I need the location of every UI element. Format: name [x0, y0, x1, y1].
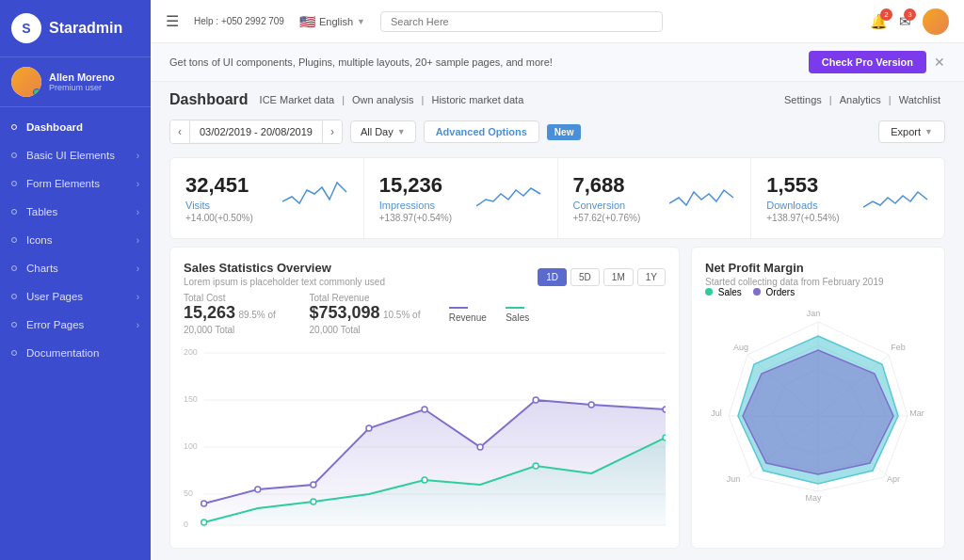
sidebar-item-documentation[interactable]: Documentation — [0, 339, 151, 367]
nav-dot — [11, 124, 17, 130]
settings-link[interactable]: Settings — [784, 94, 822, 105]
message-badge: 3 — [904, 8, 916, 21]
svg-text:Mar: Mar — [909, 408, 924, 418]
ice-market-link[interactable]: ICE Market data — [260, 94, 334, 105]
advanced-options-button[interactable]: Advanced Options — [424, 120, 539, 143]
sidebar-item-label: Icons — [26, 234, 53, 246]
content-area: Get tons of UI components, Plugins, mult… — [151, 43, 964, 560]
sales-dot — [705, 288, 713, 296]
sidebar-item-charts[interactable]: Charts › — [0, 254, 151, 282]
chart-legend: Revenue Sales — [449, 302, 538, 323]
promo-text: Get tons of UI components, Plugins, mult… — [169, 56, 553, 68]
export-button[interactable]: Export ▼ — [878, 120, 945, 143]
time-filter-dropdown[interactable]: All Day ▼ — [350, 120, 416, 143]
radar-title: Net Profit Margin — [705, 261, 931, 275]
svg-point-15 — [422, 407, 427, 412]
nav-dot — [11, 209, 17, 215]
own-analysis-link[interactable]: Own analysis — [352, 94, 413, 105]
analytics-link[interactable]: Analytics — [840, 94, 881, 105]
sidebar-item-label: Charts — [26, 263, 58, 274]
user-role: Premium user — [49, 83, 115, 92]
stat-change: +138.97(+0.54%) — [766, 213, 854, 223]
charts-row: Sales Statistics Overview 1D 5D 1M 1Y Lo… — [169, 247, 945, 549]
sparkline-conversion — [669, 173, 735, 211]
sidebar-item-label: Dashboard — [26, 121, 83, 133]
svg-text:0: 0 — [184, 520, 188, 529]
legend-revenue: Revenue — [449, 302, 490, 323]
svg-point-13 — [311, 482, 316, 488]
svg-text:Jan: Jan — [807, 309, 821, 318]
export-label: Export — [891, 126, 921, 137]
ctrl-5d[interactable]: 5D — [570, 268, 600, 286]
sidebar-item-label: Form Elements — [26, 178, 100, 189]
sidebar-user[interactable]: Allen Moreno Premium user — [0, 56, 151, 107]
close-icon[interactable]: ✕ — [934, 55, 945, 70]
promo-bar: Get tons of UI components, Plugins, mult… — [151, 43, 964, 82]
stats-row: 32,451 Visits +14.00(+0.50%) 15,236 Impr… — [169, 157, 945, 239]
chevron-right-icon: › — [137, 207, 139, 217]
radar-header: Net Profit Margin Started collecting dat… — [705, 261, 931, 287]
chevron-down-icon: ▼ — [924, 127, 933, 136]
user-name: Allen Moreno — [49, 72, 115, 83]
stat-label: Impressions — [379, 200, 467, 211]
sidebar-item-error-pages[interactable]: Error Pages › — [0, 311, 151, 339]
legend-orders: Orders — [753, 287, 795, 297]
ctrl-1m[interactable]: 1M — [603, 268, 634, 286]
sidebar-item-basic-ui[interactable]: Basic UI Elements › — [0, 141, 151, 169]
total-revenue-label: Total Revenue — [310, 293, 430, 303]
notifications-button[interactable]: 🔔 2 — [870, 13, 888, 30]
chart-controls: 1D 5D 1M 1Y — [538, 268, 666, 286]
stat-change: +138.97(+0.54%) — [379, 213, 467, 223]
app-name: Staradmin — [49, 20, 122, 37]
ctrl-1y[interactable]: 1Y — [637, 268, 666, 286]
radar-svg: Jan Feb Mar Apr May Jun Jul Aug — [705, 303, 931, 510]
sidebar-item-user-pages[interactable]: User Pages › — [0, 282, 151, 311]
chart-header: Sales Statistics Overview 1D 5D 1M 1Y Lo… — [184, 261, 666, 287]
dashboard-right-links: Settings | Analytics | Watchlist — [779, 94, 945, 105]
legend-sales: Sales — [506, 302, 538, 323]
filter-bar: ‹ 03/02/2019 - 20/08/2019 › All Day ▼ Ad… — [151, 114, 964, 150]
hamburger-icon[interactable]: ☰ — [166, 12, 179, 30]
svg-text:Jul: Jul — [711, 408, 722, 418]
sidebar-item-icons[interactable]: Icons › — [0, 226, 151, 254]
check-pro-button[interactable]: Check Pro Version — [809, 51, 926, 73]
date-next-button[interactable]: › — [323, 120, 342, 143]
date-prev-button[interactable]: ‹ — [170, 120, 189, 143]
stat-info: 15,236 Impressions +138.97(+0.54%) — [379, 173, 467, 223]
ctrl-1d[interactable]: 1D — [538, 268, 567, 286]
messages-button[interactable]: ✉ 3 — [899, 13, 911, 30]
sidebar-item-tables[interactable]: Tables › — [0, 198, 151, 226]
stat-change: +14.00(+0.50%) — [185, 213, 273, 223]
svg-point-22 — [311, 499, 316, 504]
svg-point-25 — [663, 435, 666, 440]
svg-point-18 — [588, 402, 594, 408]
sidebar-item-label: Error Pages — [26, 319, 84, 330]
svg-point-14 — [366, 425, 372, 431]
logo-icon: S — [11, 13, 41, 43]
sidebar-item-dashboard[interactable]: Dashboard — [0, 113, 151, 141]
search-input[interactable] — [380, 11, 663, 32]
chevron-right-icon: › — [137, 292, 139, 302]
chevron-right-icon: › — [137, 320, 139, 330]
chevron-right-icon: › — [137, 235, 139, 246]
watchlist-link[interactable]: Watchlist — [899, 94, 940, 105]
user-avatar-button[interactable] — [923, 8, 949, 35]
stat-value: 32,451 — [185, 173, 273, 198]
language-selector[interactable]: 🇺🇸 English ▼ — [299, 14, 365, 29]
chevron-right-icon: › — [137, 179, 139, 189]
chevron-down-icon: ▼ — [397, 127, 406, 136]
online-dot — [33, 88, 40, 96]
svg-point-16 — [477, 444, 483, 450]
total-cost-stat: Total Cost 15,263 89.5% of 20,000 Total — [184, 293, 291, 336]
sidebar-item-label: User Pages — [26, 291, 83, 302]
stat-value: 7,688 — [573, 173, 661, 198]
sidebar-item-form-elements[interactable]: Form Elements › — [0, 169, 151, 198]
historic-market-link[interactable]: Historic market data — [431, 94, 523, 105]
stat-info: 32,451 Visits +14.00(+0.50%) — [185, 173, 273, 223]
dashboard-header: Dashboard ICE Market data | Own analysis… — [151, 82, 964, 114]
chart-stats-row: Total Cost 15,263 89.5% of 20,000 Total … — [184, 293, 538, 336]
svg-text:May: May — [805, 493, 822, 503]
svg-text:Feb: Feb — [891, 343, 906, 352]
help-info: Help : +050 2992 709 — [194, 15, 284, 27]
avatar — [11, 67, 41, 97]
